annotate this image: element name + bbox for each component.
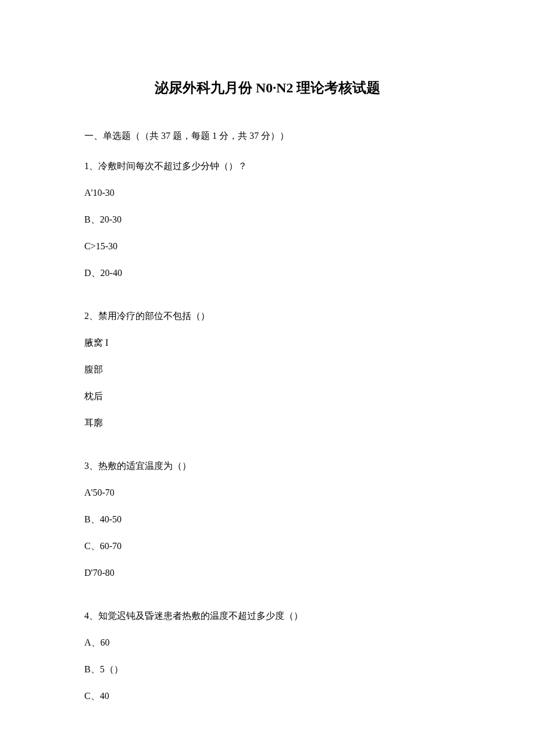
question-option: A、60 (84, 636, 451, 650)
question-option: A'10-30 (84, 186, 451, 200)
question-block: 3、热敷的适宜温度为（） A'50-70 B、40-50 C、60-70 D'7… (84, 459, 451, 580)
question-stem: 3、热敷的适宜温度为（） (84, 459, 451, 473)
question-stem: 1、冷敷时间每次不超过多少分钟（）？ (84, 159, 451, 173)
section-header: 一、单选题（（共 37 题，每题 1 分，共 37 分）） (84, 129, 451, 143)
question-option: 腋窝 I (84, 336, 451, 350)
question-option: B、40-50 (84, 513, 451, 526)
question-option: A'50-70 (84, 486, 451, 500)
question-option: 腹部 (84, 363, 451, 377)
question-block: 4、知觉迟钝及昏迷患者热敷的温度不超过多少度（） A、60 B、5（） C、40 (84, 609, 451, 703)
exam-title: 泌尿外科九月份 N0·N2 理论考核试题 (84, 78, 451, 97)
question-option: C、40 (84, 689, 451, 703)
question-block: 2、禁用冷疗的部位不包括（） 腋窝 I 腹部 枕后 耳廓 (84, 309, 451, 430)
question-option: C>15-30 (84, 239, 451, 253)
question-stem: 4、知觉迟钝及昏迷患者热敷的温度不超过多少度（） (84, 609, 451, 623)
question-option: 耳廓 (84, 416, 451, 430)
question-option: B、5（） (84, 662, 451, 676)
question-option: B、20-30 (84, 213, 451, 227)
question-option: D'70-80 (84, 566, 451, 580)
question-stem: 2、禁用冷疗的部位不包括（） (84, 309, 451, 323)
question-option: D、20-40 (84, 266, 451, 280)
question-block: 1、冷敷时间每次不超过多少分钟（）？ A'10-30 B、20-30 C>15-… (84, 159, 451, 280)
question-option: 枕后 (84, 389, 451, 403)
question-option: C、60-70 (84, 539, 451, 553)
